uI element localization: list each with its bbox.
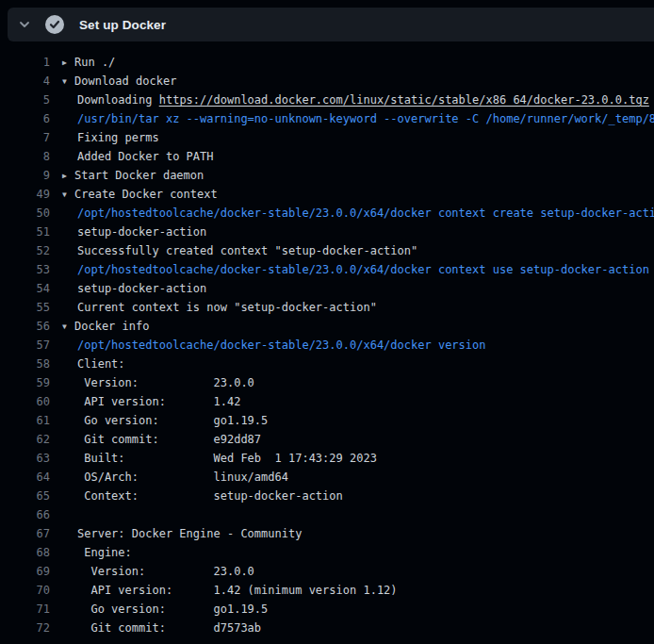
line-number[interactable]: 56 [0,317,50,336]
log-command: /opt/hostedtoolcache/docker-stable/23.0.… [50,336,485,355]
line-number[interactable]: 69 [0,562,50,581]
log-text: Version: 23.0.0 [50,562,254,581]
log-text: API version: 1.42 (minimum version 1.12) [50,581,398,600]
log-text: Go version: go1.19.5 [50,600,268,619]
line-number[interactable]: 58 [0,355,50,373]
line-number[interactable]: 68 [0,543,50,562]
line-number[interactable]: 57 [0,336,50,355]
log-line: 60 API version: 1.42 [0,392,654,411]
triangle-expanded-icon: ▼ [62,318,74,337]
log-line: 57/opt/hostedtoolcache/docker-stable/23.… [0,336,654,355]
log-line: 63 Built: Wed Feb 1 17:43:29 2023 [0,449,654,468]
log-text: Current context is now "setup-docker-act… [50,298,377,317]
log-text: Added Docker to PATH [50,147,214,166]
log-line: 65 Context: setup-docker-action [0,487,654,505]
chevron-down-icon [17,17,32,32]
line-number[interactable]: 72 [0,619,50,637]
line-number[interactable]: 66 [0,505,50,524]
line-number[interactable]: 5 [0,91,50,109]
log-line: 6/usr/bin/tar xz --warning=no-unknown-ke… [0,109,654,128]
group-title: Download docker [74,74,176,88]
log-text: Context: setup-docker-action [50,487,343,505]
log-line: 61 Go version: go1.19.5 [0,411,654,430]
log-command: /opt/hostedtoolcache/docker-stable/23.0.… [50,260,649,279]
log-text: Git commit: d7573ab [50,619,261,637]
log-group-header[interactable]: 4▼Download docker [0,72,654,91]
log-line: 66 [0,505,654,524]
line-number[interactable]: 49 [0,185,50,204]
line-number[interactable]: 65 [0,487,50,505]
log-line: 51setup-docker-action [0,223,654,241]
group-title: Start Docker daemon [74,169,204,182]
line-number[interactable]: 55 [0,298,50,317]
group-title: Docker info [74,320,149,333]
log-group-header[interactable]: 9▶Start Docker daemon [0,166,654,185]
step-title: Set up Docker [79,18,166,32]
log-text: Go version: go1.19.5 [50,411,268,430]
log-text: OS/Arch: linux/amd64 [50,468,288,487]
log-line: 70 API version: 1.42 (minimum version 1.… [0,581,654,600]
step-header[interactable]: Set up Docker [8,8,654,41]
log-text: API version: 1.42 [50,392,240,411]
line-number[interactable]: 60 [0,392,50,411]
log-output: 1▶Run ./4▼Download docker5Downloading ht… [0,41,654,637]
triangle-collapsed-icon: ▶ [62,167,74,186]
log-line: 54setup-docker-action [0,279,654,298]
log-line: 69 Version: 23.0.0 [0,562,654,581]
log-line: 52Successfully created context "setup-do… [0,241,654,260]
line-number[interactable]: 61 [0,411,50,430]
log-text: setup-docker-action [50,279,206,298]
log-line: 53/opt/hostedtoolcache/docker-stable/23.… [0,260,654,279]
log-line: 62 Git commit: e92dd87 [0,430,654,449]
log-line: 64 OS/Arch: linux/amd64 [0,468,654,487]
log-line: 58Client: [0,355,654,373]
log-line: 67Server: Docker Engine - Community [0,524,654,543]
line-number[interactable]: 8 [0,147,50,166]
log-line: 59 Version: 23.0.0 [0,373,654,392]
check-circle-icon [45,15,64,34]
line-number[interactable]: 50 [0,204,50,223]
log-text: Client: [50,355,125,373]
log-url-link[interactable]: https://download.docker.com/linux/static… [159,93,649,107]
triangle-collapsed-icon: ▶ [62,54,74,73]
log-group-header[interactable]: 56▼Docker info [0,317,654,336]
group-title: Run ./ [74,56,115,69]
line-number[interactable]: 7 [0,128,50,147]
line-number[interactable]: 53 [0,260,50,279]
line-number[interactable]: 71 [0,600,50,619]
log-text: Successfully created context "setup-dock… [50,241,417,260]
log-group-header[interactable]: 49▼Create Docker context [0,185,654,204]
log-text: Git commit: e92dd87 [50,430,261,449]
log-line: 5Downloading https://download.docker.com… [0,91,654,109]
log-group-header[interactable]: 1▶Run ./ [0,53,654,72]
log-line: 50/opt/hostedtoolcache/docker-stable/23.… [0,204,654,223]
log-text [50,505,77,524]
log-line: 68 Engine: [0,543,654,562]
line-number[interactable]: 6 [0,109,50,128]
line-number[interactable]: 70 [0,581,50,600]
line-number[interactable]: 51 [0,223,50,241]
line-number[interactable]: 4 [0,72,50,91]
line-number[interactable]: 59 [0,373,50,392]
log-text: Version: 23.0.0 [50,373,254,392]
log-text: Engine: [50,543,132,562]
log-text: Fixing perms [50,128,159,147]
log-text: Downloading https://download.docker.com/… [50,91,649,109]
line-number[interactable]: 63 [0,449,50,468]
triangle-expanded-icon: ▼ [62,186,74,205]
log-text: Built: Wed Feb 1 17:43:29 2023 [50,449,377,468]
log-line: 55Current context is now "setup-docker-a… [0,298,654,317]
log-command: /opt/hostedtoolcache/docker-stable/23.0.… [50,204,654,223]
line-number[interactable]: 1 [0,53,50,72]
line-number[interactable]: 64 [0,468,50,487]
line-number[interactable]: 52 [0,241,50,260]
line-number[interactable]: 67 [0,524,50,543]
line-number[interactable]: 9 [0,166,50,185]
line-number[interactable]: 54 [0,279,50,298]
log-text: setup-docker-action [50,223,206,241]
log-line: 7Fixing perms [0,128,654,147]
line-number[interactable]: 62 [0,430,50,449]
log-line: 72 Git commit: d7573ab [0,619,654,637]
log-line: 71 Go version: go1.19.5 [0,600,654,619]
triangle-expanded-icon: ▼ [62,73,74,91]
